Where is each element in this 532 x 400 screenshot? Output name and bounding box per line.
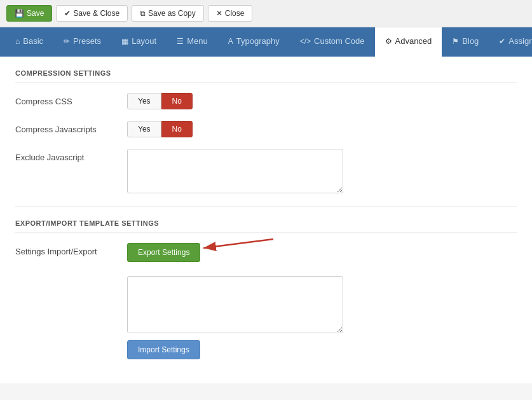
- tab-basic-label: Basic: [23, 36, 43, 46]
- tab-menu-label: Menu: [187, 36, 208, 46]
- compress-js-yes[interactable]: Yes: [127, 121, 161, 137]
- exclude-js-row: Exclude Javascript: [15, 149, 517, 193]
- import-section: Import Settings: [127, 276, 343, 359]
- compress-css-no[interactable]: No: [161, 93, 193, 109]
- home-icon: ⌂: [15, 37, 20, 46]
- close-button[interactable]: ✕ Close: [208, 5, 253, 22]
- tab-menu[interactable]: ☰ Menu: [167, 27, 218, 57]
- tab-custom-code[interactable]: </> Custom Code: [290, 27, 375, 57]
- compression-section-title: COMPRESSION SETTINGS: [15, 69, 517, 83]
- save-label: Save: [27, 9, 44, 18]
- close-label: Close: [225, 9, 245, 18]
- compress-css-yes[interactable]: Yes: [127, 93, 161, 109]
- tab-advanced-label: Advanced: [395, 36, 432, 46]
- import-textarea-spacer: [15, 273, 117, 277]
- compress-css-label: Compress CSS: [15, 93, 117, 106]
- import-settings-button[interactable]: Import Settings: [127, 340, 200, 359]
- tab-typography[interactable]: A Typography: [218, 27, 290, 57]
- save-close-icon: ✔: [64, 9, 71, 18]
- main-content: COMPRESSION SETTINGS Compress CSS Yes No…: [0, 57, 532, 383]
- copy-label: Save as Copy: [148, 9, 196, 18]
- flag-icon: ⚑: [452, 37, 459, 46]
- check-icon: ✔: [499, 37, 505, 46]
- import-textarea-row: Import Settings: [15, 273, 517, 359]
- export-settings-button[interactable]: Export Settings: [127, 243, 200, 262]
- settings-import-export-row: Settings Import/Export Export Settings: [15, 243, 517, 262]
- tab-blog-label: Blog: [462, 36, 479, 46]
- close-icon: ✕: [216, 9, 222, 18]
- tab-blog[interactable]: ⚑ Blog: [442, 27, 489, 57]
- compress-js-label: Compress Javascripts: [15, 121, 117, 134]
- exclude-js-textarea[interactable]: [127, 149, 343, 193]
- export-btn-container: Export Settings: [127, 243, 200, 262]
- tab-basic[interactable]: ⌂ Basic: [5, 27, 53, 57]
- tab-assignment-label: Assignment: [508, 36, 532, 46]
- pencil-icon: ✏: [64, 37, 70, 46]
- toolbar: 💾 Save ✔ Save & Close ⧉ Save as Copy ✕ C…: [0, 0, 532, 27]
- gear-icon: ⚙: [385, 37, 392, 46]
- tab-advanced[interactable]: ⚙ Advanced: [375, 27, 442, 57]
- tab-presets[interactable]: ✏ Presets: [53, 27, 111, 57]
- save-close-button[interactable]: ✔ Save & Close: [56, 5, 128, 22]
- compress-css-row: Compress CSS Yes No: [15, 93, 517, 109]
- tab-layout-label: Layout: [132, 36, 156, 46]
- tab-assignment[interactable]: ✔ Assignment: [489, 27, 532, 57]
- save-button[interactable]: 💾 Save: [6, 5, 52, 22]
- code-icon: </>: [300, 37, 311, 46]
- tab-presets-label: Presets: [73, 36, 101, 46]
- copy-icon: ⧉: [140, 9, 146, 18]
- compress-js-no[interactable]: No: [161, 121, 193, 137]
- layout-icon: ▦: [121, 37, 128, 46]
- tab-custom-code-label: Custom Code: [314, 36, 364, 46]
- tab-navigation: ⌂ Basic ✏ Presets ▦ Layout ☰ Menu A Typo…: [0, 27, 532, 57]
- compress-js-toggle: Yes No: [127, 121, 193, 137]
- export-import-section-title: EXPORT/IMPORT TEMPLATE SETTINGS: [15, 219, 517, 233]
- compress-css-toggle: Yes No: [127, 93, 193, 109]
- export-import-label: Settings Import/Export: [15, 243, 117, 256]
- menu-icon: ☰: [177, 37, 184, 46]
- section-divider: [15, 206, 517, 207]
- tab-layout[interactable]: ▦ Layout: [111, 27, 167, 57]
- compress-js-row: Compress Javascripts Yes No: [15, 121, 517, 137]
- import-export-textarea[interactable]: [127, 276, 343, 333]
- exclude-js-label: Exclude Javascript: [15, 149, 117, 162]
- red-arrow: [197, 234, 280, 256]
- typography-icon: A: [228, 37, 233, 46]
- save-close-label: Save & Close: [73, 9, 119, 18]
- save-icon: 💾: [15, 9, 24, 18]
- save-copy-button[interactable]: ⧉ Save as Copy: [132, 5, 204, 22]
- svg-line-1: [203, 239, 273, 248]
- tab-typography-label: Typography: [236, 36, 280, 46]
